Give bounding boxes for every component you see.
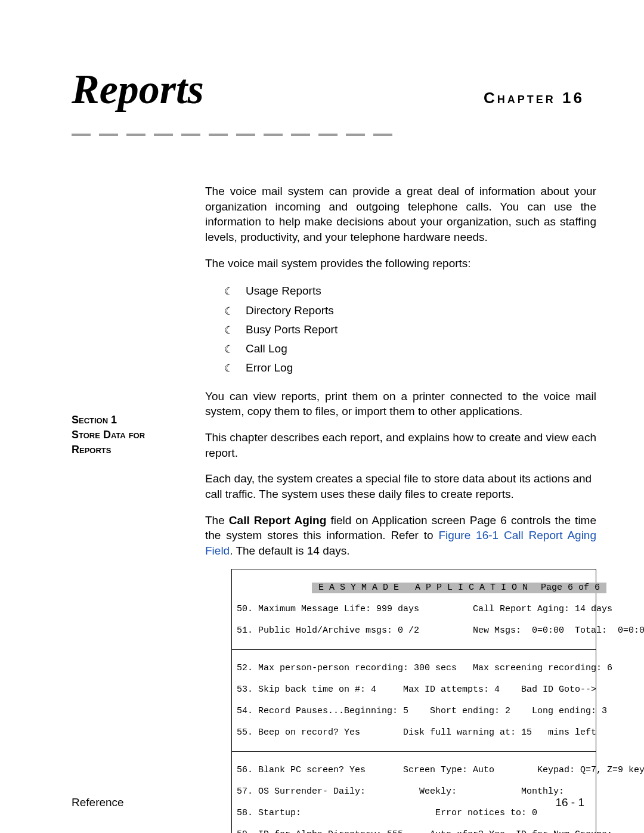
intro-para-2: The voice mail system provides the follo… xyxy=(205,256,596,271)
terminal-line: 51. Public Hold/Archive msgs: 0 /2 New M… xyxy=(237,625,591,636)
section-heading: Section 1 Store Data for Reports xyxy=(72,413,191,458)
section1-para-2: The Call Report Aging field on Applicati… xyxy=(205,513,596,559)
section-number: Section 1 xyxy=(72,413,191,428)
divider-dashes xyxy=(72,134,410,136)
bold-term: Call Report Aging xyxy=(229,514,326,527)
text: . The default is 14 days. xyxy=(230,544,349,557)
chapter-label: Chapter 16 xyxy=(484,89,584,107)
terminal-line: 54. Record Pauses...Beginning: 5 Short e… xyxy=(237,706,591,717)
section-title-line1: Store Data for xyxy=(72,428,191,442)
terminal-line: 55. Beep on record? Yes Disk full warnin… xyxy=(237,727,591,738)
intro-para-4: This chapter describes each report, and … xyxy=(205,430,596,460)
terminal-line: 50. Maximum Message Life: 999 days Call … xyxy=(237,604,591,615)
section1-para-1: Each day, the system creates a special f… xyxy=(205,471,596,501)
list-item: Error Log xyxy=(224,358,596,377)
terminal-line: 59. ID for Alpha Directory: 555 Auto xfe… xyxy=(237,829,591,833)
footer-page-number: 16 - 1 xyxy=(555,796,584,809)
terminal-line: 53. Skip back time on #: 4 Max ID attemp… xyxy=(237,685,591,695)
terminal-banner-title: E A S Y M A D E A P P L I C A T I O N xyxy=(312,583,534,593)
list-item: Usage Reports xyxy=(224,281,596,301)
terminal-screenshot: E A S Y M A D E A P P L I C A T I O N Pa… xyxy=(231,569,596,833)
terminal-line: 52. Max person-person recording: 300 sec… xyxy=(237,663,591,674)
intro-para-3: You can view reports, print them on a pr… xyxy=(205,389,596,419)
terminal-banner-page: Page 6 of 6 xyxy=(534,583,606,593)
terminal-line: 58. Startup: Error notices to: 0 xyxy=(237,808,591,819)
terminal-line: 56. Blank PC screen? Yes Screen Type: Au… xyxy=(237,765,591,776)
section-title-line2: Reports xyxy=(72,442,191,457)
list-item: Call Log xyxy=(224,339,596,358)
page-title: Reports xyxy=(72,66,204,113)
text: The xyxy=(205,514,229,527)
list-item: Directory Reports xyxy=(224,301,596,320)
footer-left: Reference xyxy=(72,796,124,809)
list-item: Busy Ports Report xyxy=(224,320,596,339)
intro-para-1: The voice mail system can provide a grea… xyxy=(205,184,596,245)
